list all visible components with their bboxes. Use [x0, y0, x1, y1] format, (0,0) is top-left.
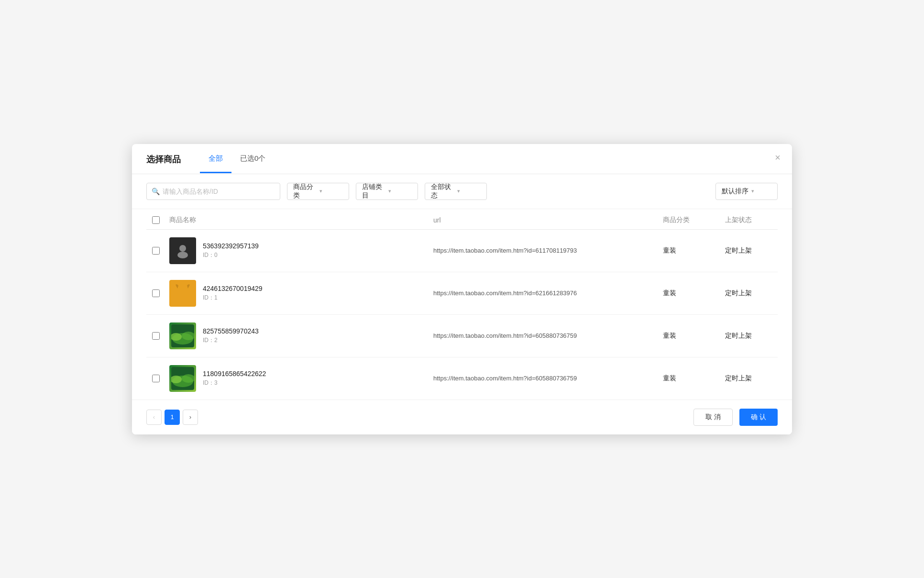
chevron-down-icon: ▾ [319, 188, 343, 194]
select-all-checkbox[interactable] [152, 216, 160, 224]
cat-cell-1: 童装 [663, 289, 725, 298]
product-id-0: ID：0 [203, 251, 259, 259]
url-cell-1: https://item.taobao.com/item.htm?id=6216… [433, 289, 663, 297]
table-row: 825755859970243 ID：2 https://item.taobao… [146, 315, 778, 357]
product-info-0: 536392392957139 ID：0 [165, 230, 433, 272]
tabs-bar: 全部 已选0个 [200, 154, 274, 173]
footer-buttons: 取 消 确 认 [693, 409, 778, 426]
product-text-0: 536392392957139 ID：0 [203, 242, 259, 259]
cat-cell-0: 童装 [663, 246, 725, 255]
product-info-3: 11809165865422622 ID：3 [165, 357, 433, 400]
col-header-name: 商品名称 [165, 216, 433, 224]
product-info-1: 4246132670019429 ID：1 [165, 272, 433, 314]
status-cell-2: 定时上架 [725, 332, 778, 340]
svg-point-0 [179, 245, 186, 252]
category-select-label: 商品分类 [293, 183, 317, 200]
prev-page-button[interactable]: ‹ [146, 410, 162, 425]
cat-cell-2: 童装 [663, 332, 725, 340]
col-header-category: 商品分类 [663, 216, 725, 224]
store-select-label: 店铺类目 [362, 183, 385, 200]
product-text-1: 4246132670019429 ID：1 [203, 285, 263, 302]
next-page-button[interactable]: › [183, 410, 198, 425]
table-row: 11809165865422622 ID：3 https://item.taob… [146, 357, 778, 400]
search-wrapper[interactable]: 🔍 [146, 183, 280, 200]
product-name-3: 11809165865422622 [203, 370, 266, 378]
status-select[interactable]: 全部状态 ▾ [425, 183, 487, 200]
tab-selected[interactable]: 已选0个 [231, 154, 274, 173]
category-select[interactable]: 商品分类 ▾ [287, 183, 349, 200]
svg-point-1 [177, 252, 188, 258]
row-checkbox-0[interactable] [152, 247, 160, 255]
product-text-3: 11809165865422622 ID：3 [203, 370, 266, 387]
row-check-2[interactable] [146, 332, 165, 340]
url-cell-2: https://item.taobao.com/item.htm?id=6058… [433, 332, 663, 339]
header-check-col[interactable] [146, 216, 165, 224]
product-thumb-img-0 [174, 242, 192, 260]
cat-cell-3: 童装 [663, 374, 725, 383]
col-header-url: url [433, 216, 663, 224]
product-thumb-1 [169, 280, 196, 307]
sort-select[interactable]: 默认排序 ▾ [715, 183, 778, 200]
row-check-3[interactable] [146, 375, 165, 382]
close-button[interactable]: × [775, 153, 781, 162]
col-header-status: 上架状态 [725, 216, 778, 224]
product-info-2: 825755859970243 ID：2 [165, 315, 433, 357]
footer: ‹ 1 › 取 消 确 认 [132, 400, 792, 434]
url-cell-3: https://item.taobao.com/item.htm?id=6058… [433, 375, 663, 382]
table-row: 536392392957139 ID：0 https://item.taobao… [146, 230, 778, 272]
search-icon: 🔍 [152, 188, 160, 195]
status-cell-3: 定时上架 [725, 374, 778, 383]
row-checkbox-1[interactable] [152, 289, 160, 297]
row-check-0[interactable] [146, 247, 165, 255]
url-cell-0: https://item.taobao.com/item.htm?id=6117… [433, 247, 663, 254]
product-text-2: 825755859970243 ID：2 [203, 327, 259, 345]
chevron-down-icon: ▾ [457, 188, 481, 194]
product-thumb-img-1 [175, 284, 191, 303]
cancel-button[interactable]: 取 消 [693, 409, 733, 426]
row-check-1[interactable] [146, 289, 165, 297]
product-name-1: 4246132670019429 [203, 285, 263, 292]
product-thumb-0 [169, 237, 196, 264]
filter-bar: 🔍 商品分类 ▾ 店铺类目 ▾ 全部状态 ▾ 默认排序 ▾ [132, 174, 792, 209]
row-checkbox-3[interactable] [152, 375, 160, 382]
sort-select-label: 默认排序 [722, 187, 748, 196]
chevron-down-icon: ▾ [751, 188, 754, 194]
status-cell-1: 定时上架 [725, 289, 778, 298]
product-thumb-img-3 [171, 367, 194, 390]
modal-header: 选择商品 全部 已选0个 × [132, 144, 792, 174]
status-select-label: 全部状态 [431, 183, 454, 200]
product-thumb-3 [169, 365, 196, 392]
table-header: 商品名称 url 商品分类 上架状态 [146, 209, 778, 230]
store-select[interactable]: 店铺类目 ▾ [356, 183, 418, 200]
chevron-down-icon: ▾ [388, 188, 412, 194]
product-name-2: 825755859970243 [203, 327, 259, 335]
page-1-button[interactable]: 1 [165, 410, 180, 425]
confirm-button[interactable]: 确 认 [739, 409, 778, 426]
status-cell-0: 定时上架 [725, 246, 778, 255]
table-row: 4246132670019429 ID：1 https://item.taoba… [146, 272, 778, 315]
product-thumb-img-2 [171, 324, 194, 347]
row-checkbox-2[interactable] [152, 332, 160, 340]
product-name-0: 536392392957139 [203, 242, 259, 250]
pagination: ‹ 1 › [146, 410, 198, 425]
product-id-2: ID：2 [203, 336, 259, 345]
product-id-1: ID：1 [203, 294, 263, 302]
modal-title: 选择商品 [146, 154, 181, 174]
table-area: 商品名称 url 商品分类 上架状态 536392392957139 [132, 209, 792, 400]
product-id-3: ID：3 [203, 379, 266, 387]
search-input[interactable] [163, 188, 275, 195]
product-thumb-2 [169, 322, 196, 349]
tab-all[interactable]: 全部 [200, 154, 231, 173]
modal-container: 选择商品 全部 已选0个 × 🔍 商品分类 ▾ 店铺类目 ▾ 全部状态 ▾ 默认… [132, 144, 792, 434]
